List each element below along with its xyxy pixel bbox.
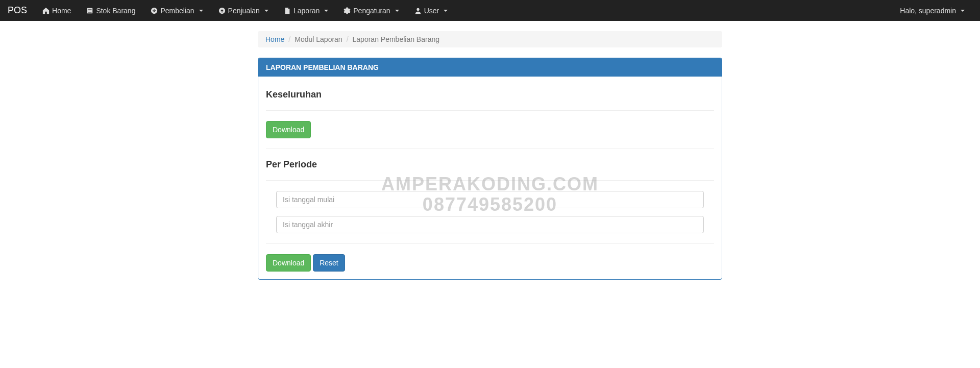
period-form bbox=[266, 191, 714, 233]
caret-icon bbox=[395, 10, 399, 12]
navbar: POS Home Stok Barang Pembelian Penjualan… bbox=[0, 0, 980, 21]
nav-greeting[interactable]: Halo, superadmin bbox=[892, 2, 972, 20]
divider bbox=[266, 149, 714, 149]
breadcrumb-modul: Modul Laporan bbox=[284, 35, 342, 43]
svg-rect-3 bbox=[88, 12, 92, 12]
nav-laporan-label: Laporan bbox=[293, 7, 320, 15]
greeting-label: Halo, superadmin bbox=[900, 7, 956, 15]
divider bbox=[266, 180, 714, 181]
gear-icon bbox=[344, 7, 351, 14]
svg-point-6 bbox=[416, 8, 419, 10]
panel-title: LAPORAN PEMBELIAN BARANG bbox=[258, 58, 722, 77]
navbar-brand[interactable]: POS bbox=[8, 0, 35, 21]
nav-stok-label: Stok Barang bbox=[96, 7, 135, 15]
arrow-up-circle-icon bbox=[218, 7, 226, 14]
nav-user[interactable]: User bbox=[407, 2, 456, 20]
nav-user-label: User bbox=[424, 7, 439, 15]
reset-button[interactable]: Reset bbox=[313, 254, 345, 272]
breadcrumb-home: Home bbox=[265, 35, 284, 43]
nav-stok-barang[interactable]: Stok Barang bbox=[79, 2, 143, 20]
nav-laporan[interactable]: Laporan bbox=[276, 2, 336, 20]
end-date-input[interactable] bbox=[276, 216, 704, 233]
section-period-title: Per Periode bbox=[266, 159, 714, 170]
nav-penjualan-label: Penjualan bbox=[228, 7, 260, 15]
nav-pembelian-label: Pembelian bbox=[160, 7, 194, 15]
home-icon bbox=[42, 7, 50, 14]
download-all-button[interactable]: Download bbox=[266, 121, 311, 138]
nav-home-label: Home bbox=[52, 7, 71, 15]
nav-pembelian[interactable]: Pembelian bbox=[143, 2, 210, 20]
list-icon bbox=[86, 7, 93, 14]
svg-rect-2 bbox=[88, 11, 92, 11]
navbar-right: Halo, superadmin bbox=[892, 2, 972, 20]
container: Home Modul Laporan Laporan Pembelian Bar… bbox=[250, 31, 730, 280]
navbar-left: POS Home Stok Barang Pembelian Penjualan… bbox=[8, 0, 455, 21]
breadcrumb-current: Laporan Pembelian Barang bbox=[342, 35, 439, 43]
file-icon bbox=[284, 7, 291, 14]
nav-pengaturan-label: Pengaturan bbox=[353, 7, 390, 15]
caret-icon bbox=[199, 10, 203, 12]
nav-home[interactable]: Home bbox=[35, 2, 79, 20]
panel: LAPORAN PEMBELIAN BARANG Keseluruhan Dow… bbox=[258, 58, 722, 280]
caret-icon bbox=[264, 10, 268, 12]
breadcrumb-home-link[interactable]: Home bbox=[265, 35, 284, 43]
caret-icon bbox=[961, 10, 965, 12]
arrow-down-circle-icon bbox=[151, 7, 158, 14]
breadcrumb: Home Modul Laporan Laporan Pembelian Bar… bbox=[258, 31, 722, 47]
svg-rect-1 bbox=[88, 9, 92, 10]
section-all-title: Keseluruhan bbox=[266, 89, 714, 100]
nav-pengaturan[interactable]: Pengaturan bbox=[336, 2, 406, 20]
user-icon bbox=[414, 7, 422, 14]
caret-icon bbox=[324, 10, 328, 12]
download-period-button[interactable]: Download bbox=[266, 254, 311, 272]
divider bbox=[266, 243, 714, 244]
caret-icon bbox=[444, 10, 448, 12]
nav-penjualan[interactable]: Penjualan bbox=[211, 2, 276, 20]
start-date-input[interactable] bbox=[276, 191, 704, 208]
panel-body: Keseluruhan Download Per Periode Downloa… bbox=[258, 77, 722, 279]
divider bbox=[266, 110, 714, 111]
